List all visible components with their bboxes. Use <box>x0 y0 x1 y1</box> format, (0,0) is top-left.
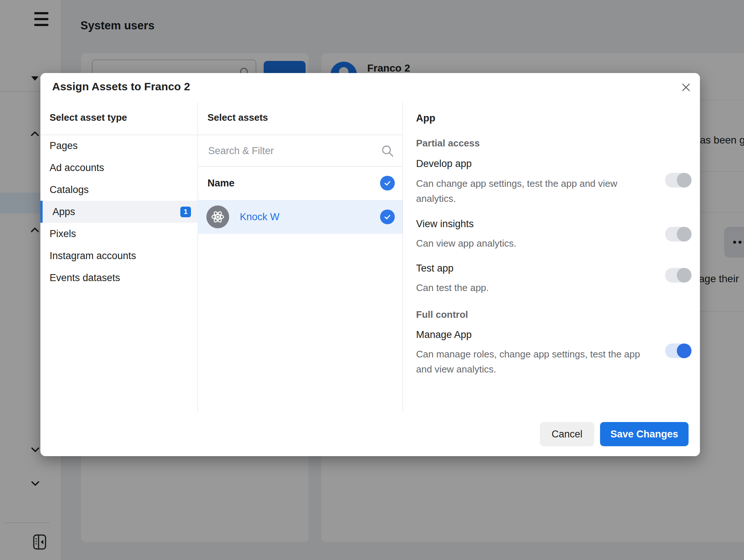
save-changes-button[interactable]: Save Changes <box>600 422 689 446</box>
asset-type-label: Pages <box>50 140 78 152</box>
check-icon <box>383 213 391 221</box>
asset-type-apps[interactable]: Apps 1 <box>40 201 198 223</box>
asset-type-label: Pixels <box>50 228 76 240</box>
partial-access-section-title: Partial access <box>416 138 480 149</box>
asset-type-label: Events datasets <box>50 272 120 284</box>
permission-description: Can change app settings, test the app an… <box>416 176 651 206</box>
full-control-section-title: Full control <box>416 309 468 320</box>
asset-type-label: Ad accounts <box>50 162 104 174</box>
asset-row-knock-w[interactable]: Knock W <box>198 200 402 234</box>
permission-description: Can view app analytics. <box>416 236 651 251</box>
asset-type-pixels[interactable]: Pixels <box>40 223 198 245</box>
asset-type-header: Select asset type <box>50 112 127 123</box>
selected-count-badge: 1 <box>180 207 191 217</box>
develop-app-toggle[interactable] <box>665 173 691 188</box>
assign-assets-dialog: Assign Assets to Franco 2 Select asset t… <box>40 73 700 456</box>
save-changes-button-label: Save Changes <box>610 429 678 440</box>
search-icon <box>381 144 394 158</box>
asset-checkbox[interactable] <box>380 210 395 224</box>
close-icon <box>680 82 691 93</box>
cancel-button[interactable]: Cancel <box>540 422 594 446</box>
app-avatar <box>206 206 229 228</box>
dialog-title: Assign Assets to Franco 2 <box>52 80 190 93</box>
asset-type-label: Catalogs <box>50 184 89 196</box>
permission-description: Can test the app. <box>416 280 651 295</box>
assets-column-header-row: Name <box>198 166 402 200</box>
name-column-header: Name <box>207 166 235 200</box>
manage-app-toggle[interactable] <box>665 343 691 358</box>
cancel-button-label: Cancel <box>552 429 582 440</box>
select-all-checkbox[interactable] <box>380 176 395 190</box>
asset-type-catalogs[interactable]: Catalogs <box>40 179 198 201</box>
assets-header: Select assets <box>207 112 268 123</box>
permission-label-develop-app: Develop app <box>416 158 472 170</box>
permissions-header: App <box>416 113 435 124</box>
permission-label-test-app: Test app <box>416 263 454 274</box>
view-insights-toggle[interactable] <box>665 227 691 241</box>
permission-description: Can manage roles, change app settings, t… <box>416 347 651 377</box>
asset-name: Knock W <box>240 200 279 234</box>
test-app-toggle[interactable] <box>665 268 691 283</box>
asset-type-label: Instagram accounts <box>50 250 136 262</box>
permission-label-manage-app: Manage App <box>416 329 472 341</box>
asset-type-instagram-accounts[interactable]: Instagram accounts <box>40 245 198 267</box>
close-button[interactable] <box>678 79 694 96</box>
check-icon <box>383 179 391 187</box>
page: System users Franco 2 as been gr ••• age… <box>0 0 744 560</box>
asset-type-events-datasets[interactable]: Events datasets <box>40 267 198 289</box>
asset-type-pages[interactable]: Pages <box>40 135 198 157</box>
asset-search-row <box>198 135 402 166</box>
column-divider <box>402 102 403 412</box>
asset-type-label: Apps <box>53 206 75 218</box>
atom-icon <box>210 210 225 224</box>
asset-type-ad-accounts[interactable]: Ad accounts <box>40 157 198 179</box>
search-filter-input[interactable] <box>207 135 382 167</box>
permission-label-view-insights: View insights <box>416 218 474 230</box>
